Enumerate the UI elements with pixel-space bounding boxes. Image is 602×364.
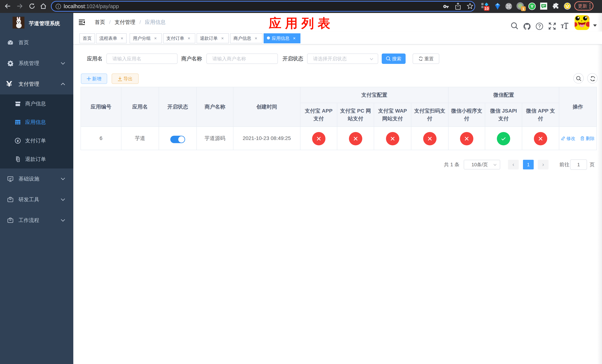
svg-text:1: 1	[522, 7, 525, 11]
svg-text:¥: ¥	[6, 79, 12, 88]
svg-text:¥: ¥	[17, 139, 19, 143]
svg-text:10: 10	[484, 6, 489, 11]
